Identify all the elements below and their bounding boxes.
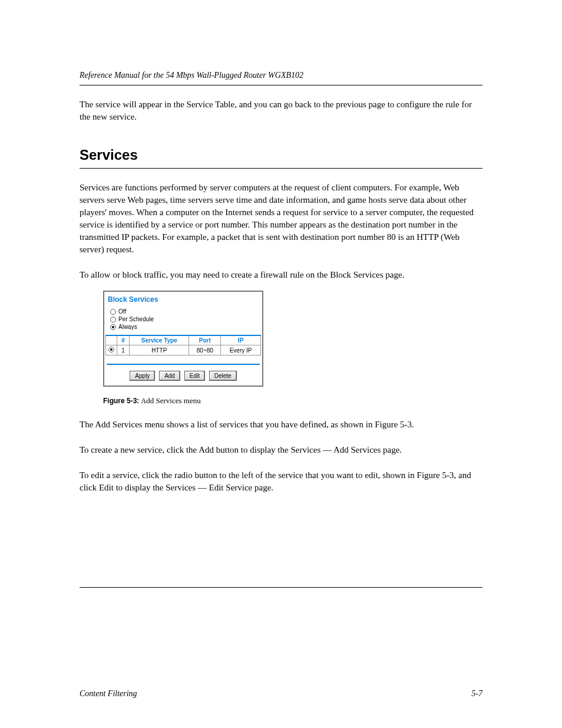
- section-heading-services: Services: [80, 147, 482, 163]
- radio-off[interactable]: Off: [110, 308, 256, 315]
- header-rule: [80, 85, 482, 85]
- row-service-type: HTTP: [130, 345, 189, 355]
- col-select: [106, 335, 117, 345]
- defined-services-paragraph: The Add Services menu shows a list of se…: [80, 419, 482, 431]
- services-table: # Service Type Port IP 1 HTTP 80~80 Ever…: [105, 335, 261, 355]
- radio-icon: [110, 309, 116, 315]
- col-port: Port: [189, 335, 221, 345]
- running-title: Reference Manual for the 54 Mbps Wall-Pl…: [80, 71, 482, 80]
- figure-reference: Figure 5-3: [417, 470, 454, 480]
- radio-icon: [108, 347, 114, 353]
- edit-button[interactable]: Edit: [184, 371, 205, 381]
- col-ip: IP: [221, 335, 261, 345]
- firewall-note: To allow or block traffic, you may need …: [80, 269, 482, 281]
- row-ip: Every IP: [221, 345, 261, 355]
- text: The Add Services menu shows a list of se…: [80, 420, 372, 429]
- intro-paragraph: The service will appear in the Service T…: [80, 98, 482, 123]
- figure-caption: Figure 5-3: Add Services menu: [103, 396, 482, 406]
- table-row[interactable]: 1 HTTP 80~80 Every IP: [106, 345, 261, 355]
- figure-text: Add Services menu: [139, 396, 200, 405]
- delete-button[interactable]: Delete: [209, 371, 237, 381]
- radio-off-label: Off: [118, 308, 126, 315]
- table-header-row: # Service Type Port IP: [106, 335, 261, 345]
- col-number: #: [117, 335, 130, 345]
- row-radio[interactable]: [106, 345, 117, 355]
- radio-per-schedule[interactable]: Per Schedule: [110, 316, 256, 322]
- block-services-panel: Block Services Off Per Schedule Always #…: [103, 291, 263, 387]
- page-footer: [80, 588, 482, 595]
- row-number: 1: [117, 345, 130, 355]
- radio-always[interactable]: Always: [110, 324, 256, 330]
- text-a: To edit a service, click the radio butto…: [80, 470, 415, 480]
- services-description: Services are functions performed by serv…: [80, 182, 482, 256]
- panel-separator: [107, 364, 260, 365]
- radio-icon: [110, 317, 116, 322]
- panel-buttons: Apply Add Edit Delete: [105, 371, 261, 384]
- col-service-type: Service Type: [130, 335, 189, 345]
- panel-title: Block Services: [105, 293, 261, 307]
- radio-always-label: Always: [118, 324, 137, 330]
- schedule-radio-group: Off Per Schedule Always: [105, 308, 261, 335]
- radio-per-schedule-label: Per Schedule: [118, 316, 154, 322]
- footer-page-number: 5-7: [471, 689, 482, 699]
- page-footer-text: Content Filtering 5-7: [80, 689, 482, 699]
- text-tail: .: [412, 420, 414, 429]
- row-port: 80~80: [189, 345, 221, 355]
- section-rule: [80, 168, 482, 169]
- radio-icon: [110, 324, 116, 330]
- footer-section-name: Content Filtering: [80, 689, 137, 699]
- add-button[interactable]: Add: [159, 371, 180, 381]
- figure-label: Figure 5-3:: [103, 397, 139, 405]
- apply-button[interactable]: Apply: [130, 371, 155, 381]
- figure-reference: Figure 5-3: [375, 420, 412, 429]
- create-service-paragraph: To create a new service, click the Add b…: [80, 444, 482, 456]
- edit-service-paragraph: To edit a service, click the radio butto…: [80, 469, 482, 494]
